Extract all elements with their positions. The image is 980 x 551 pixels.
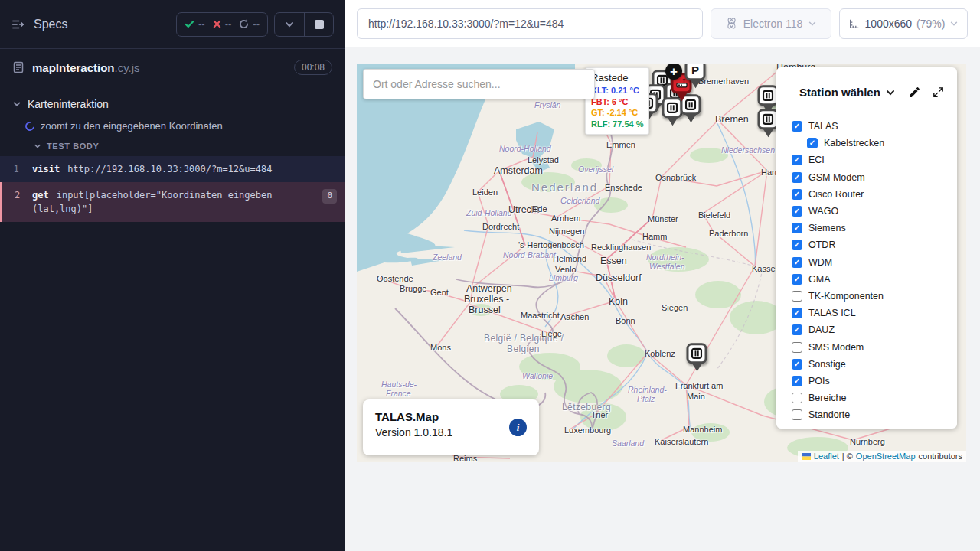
specs-list-icon[interactable] [11,18,24,31]
map-label: Siegen [662,303,688,312]
checkbox[interactable]: ✓ [792,274,802,285]
app-title: TALAS.Map [375,410,527,423]
panel-header: Station wählen [776,67,957,99]
station-filter-pois[interactable]: ✓POIs [792,373,951,390]
station-filter-talas[interactable]: ✓TALAS [792,118,951,135]
stop-button[interactable] [304,13,333,36]
map-label: France [386,389,411,398]
map-label: Bruxelles - [464,294,509,305]
map-label: Belgien [507,344,540,354]
expand-icon[interactable] [932,86,945,99]
station-filter-sonstige[interactable]: ✓Sonstige [792,356,951,373]
suite-title: Karteninteraktion [28,98,109,110]
checkbox-label: TK-Komponenten [808,291,884,302]
station-filter-otdr[interactable]: ✓OTDR [792,236,951,253]
electron-icon [725,17,738,30]
checkbox[interactable]: ✓ [792,359,802,370]
map-label: Noord-Brabant [503,250,556,259]
suite-karteninteraktion[interactable]: Karteninteraktion [0,93,345,116]
leaflet-link[interactable]: Leaflet [814,452,839,461]
command-row[interactable]: 2getinput[placeholder="Koordinaten einge… [0,182,345,222]
station-filter-kabelstrecken[interactable]: ✓Kabelstrecken [807,135,951,152]
checkbox[interactable]: ✓ [792,257,802,268]
checkbox[interactable]: ✓ [792,155,802,165]
map-label: Rheinland- [628,385,667,394]
checkbox-label: TALAS ICL [808,308,856,318]
aut-viewport: HamburgBremerhavenBremenNiedersachsenHan… [345,47,980,551]
station-marker[interactable] [758,109,779,129]
info-icon[interactable]: i [509,419,527,436]
map-label: Gent [430,288,449,297]
osm-link[interactable]: OpenStreetMap [856,452,916,461]
checkbox[interactable] [792,342,802,353]
station-filter-siemens[interactable]: ✓Siemens [792,220,951,236]
station-filter-eci[interactable]: ✓ECI [792,152,951,168]
specs-header: Specs -- -- -- [0,0,345,49]
map-label: Aachen [560,312,589,321]
checkbox[interactable]: ✓ [792,324,802,335]
cypress-sidebar: Specs -- -- -- [0,0,345,551]
url-input[interactable] [357,8,703,39]
command-text: getinput[placeholder="Koordinaten eingeb… [32,188,337,216]
spec-file-row[interactable]: mapInteraction.cy.js 00:08 [0,49,345,86]
station-filter-wago[interactable]: ✓WAGO [792,203,951,220]
map-label: Dordrecht [482,222,519,231]
viewport-selector[interactable]: 1000x660 (79%) [839,8,968,39]
checkbox[interactable]: ✓ [792,240,802,250]
parking-poi-marker[interactable]: P [685,64,706,80]
spec-extension: .cy.js [115,61,140,74]
runner-controls [274,12,334,37]
map-label: Westfalen [649,262,685,271]
station-filter-standorte[interactable]: Standorte [792,406,951,423]
checkbox[interactable]: ✓ [792,172,802,183]
checkbox[interactable]: ✓ [792,308,802,318]
map-label: Recklinghausen [591,243,651,252]
checkbox[interactable]: ✓ [807,138,818,148]
spec-duration-badge: 00:08 [294,60,332,75]
map-label: Antwerpen [466,283,512,294]
running-spinner-icon [24,119,37,132]
checkbox[interactable]: ✓ [792,376,802,386]
map-label: 's-Hertogenbosch [518,240,584,249]
test-body-row[interactable]: TEST BODY [0,136,345,156]
test-title-row[interactable]: zoomt zu den eingegebenen Koordinaten [0,116,345,136]
chevron-down-icon[interactable] [885,87,896,98]
chevron-down-icon [949,19,959,28]
station-filter-sms-modem[interactable]: SMS Modem [792,338,951,355]
checkbox[interactable] [792,291,802,302]
checkbox-label: POIs [808,376,830,386]
search-input[interactable] [363,69,595,99]
map-label: Bremen [715,114,749,125]
command-row[interactable]: 1visithttp://192.168.10.33:3000/?m=12&u=… [0,156,345,182]
checkbox-label: Bereiche [808,393,846,403]
station-marker[interactable] [687,343,707,364]
checkbox[interactable]: ✓ [792,223,802,233]
checkbox[interactable] [792,409,802,420]
station-filter-gma[interactable]: ✓GMA [792,271,951,288]
station-filter-talas-icl[interactable]: ✓TALAS ICL [792,305,951,321]
station-filter-cisco-router[interactable]: ✓Cisco Router [792,186,951,203]
cluster-expand-marker[interactable]: + [665,64,682,80]
station-filter-bereiche[interactable]: Bereiche [792,390,951,406]
checkbox[interactable] [792,393,802,403]
station-filter-tk-komponenten[interactable]: TK-Komponenten [792,288,951,305]
checkbox[interactable]: ✓ [792,121,802,132]
browser-selector[interactable]: Electron 118 [710,8,831,39]
station-marker[interactable] [758,85,779,106]
station-checklist: ✓TALAS✓Kabelstrecken✓ECI✓GSM Modem✓Cisco… [792,118,951,423]
station-filter-wdm[interactable]: ✓WDM [792,254,951,271]
checkbox[interactable]: ✓ [792,189,802,200]
edit-pencil-icon[interactable] [908,86,921,99]
checkbox[interactable]: ✓ [792,206,802,217]
map-label: Hauts-de- [381,380,416,389]
checkbox-label: TALAS [808,121,838,132]
station-filter-gsm-modem[interactable]: ✓GSM Modem [792,169,951,186]
collapse-button[interactable] [275,13,304,36]
app-window: Specs -- -- -- [0,0,980,551]
leaflet-map[interactable]: HamburgBremerhavenBremenNiedersachsenHan… [357,64,966,462]
map-label: Arnhem [551,214,581,223]
map-label: Bremerhaven [698,77,749,86]
stat-pending: -- [239,18,260,30]
station-filter-dauz[interactable]: ✓DAUZ [792,321,951,338]
checkbox-label: WAGO [808,206,838,217]
